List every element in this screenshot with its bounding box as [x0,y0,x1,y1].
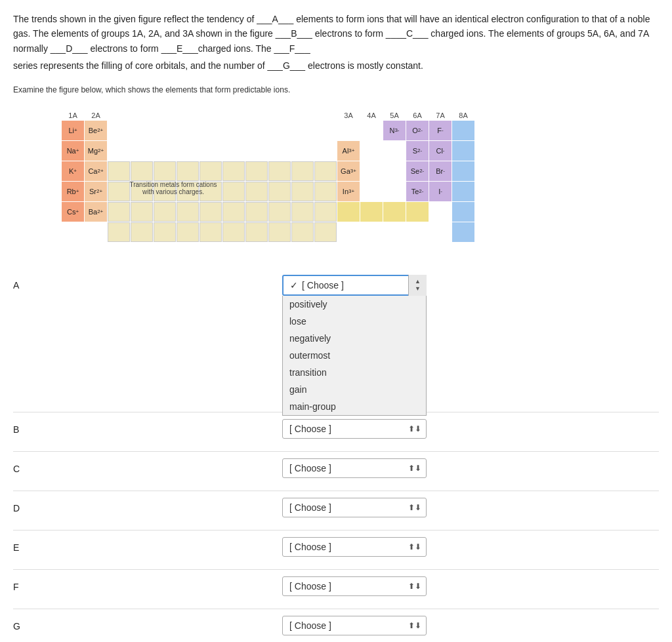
select-g[interactable]: [ Choose ] positively lose negatively ou… [282,616,427,635]
select-f-wrap: [ Choose ] positively lose negatively ou… [282,576,427,596]
dropdown-a-value: [ Choose ] [302,280,344,291]
label-g: G [13,616,39,632]
label-a: A [13,275,39,291]
select-d-wrap: [ Choose ] positively lose negatively ou… [282,498,427,517]
qa-row-b: B [ Choose ] positively lose negatively … [13,412,659,452]
dropdown-a-wrap: ✓ [ Choose ] ▲ ▼ positively lose negativ… [282,275,427,296]
select-f[interactable]: [ Choose ] positively lose negatively ou… [282,576,427,596]
option-gain[interactable]: gain [283,381,426,398]
select-d[interactable]: [ Choose ] positively lose negatively ou… [282,498,427,517]
label-b: B [13,419,39,435]
option-negatively[interactable]: negatively [283,330,426,347]
label-e: E [13,537,39,553]
select-c-wrap: [ Choose ] positively lose negatively ou… [282,458,427,478]
select-b-wrap: [ Choose ] positively lose negatively ou… [282,419,427,439]
qa-row-g: G [ Choose ] positively lose negatively … [13,609,659,642]
qa-row-a: A ✓ [ Choose ] ▲ ▼ positively lose negat… [13,268,659,412]
option-lose[interactable]: lose [283,313,426,330]
periodic-table: 1A 2A 3A 4A 5A 6A 7A 8A Li+ Be2+ N3- O2- [39,108,474,242]
qa-row-e: E [ Choose ] positively lose negatively … [13,531,659,570]
select-c[interactable]: [ Choose ] positively lose negatively ou… [282,458,427,478]
qa-section: A ✓ [ Choose ] ▲ ▼ positively lose negat… [13,268,659,642]
option-outermost[interactable]: outermost [283,347,426,364]
select-e-wrap: [ Choose ] positively lose negatively ou… [282,537,427,557]
label-c: C [13,458,39,474]
label-d: D [13,498,39,513]
option-positively[interactable]: positively [283,296,426,313]
option-main-group[interactable]: main-group [283,398,426,415]
qa-row-d: D [ Choose ] positively lose negatively … [13,491,659,531]
select-b[interactable]: [ Choose ] positively lose negatively ou… [282,419,427,439]
dropdown-a-trigger[interactable]: ✓ [ Choose ] [282,275,427,296]
select-e[interactable]: [ Choose ] positively lose negatively ou… [282,537,427,557]
dropdown-a-arrow[interactable]: ▲ ▼ [408,275,427,296]
arrow-up-icon: ▲ [415,279,421,285]
option-transition[interactable]: transition [283,364,426,381]
intro-paragraph: The trends shown in the given figure ref… [13,12,659,73]
qa-row-f: F [ Choose ] positively lose negatively … [13,570,659,609]
figure-label: Examine the figure below, which shows th… [13,85,659,94]
checkmark-icon: ✓ [290,280,298,291]
dropdown-a-list: positively lose negatively outermost tra… [282,296,427,416]
select-g-wrap: [ Choose ] positively lose negatively ou… [282,616,427,635]
arrow-down-icon: ▼ [415,286,421,292]
label-f: F [13,576,39,592]
qa-row-c: C [ Choose ] positively lose negatively … [13,452,659,491]
